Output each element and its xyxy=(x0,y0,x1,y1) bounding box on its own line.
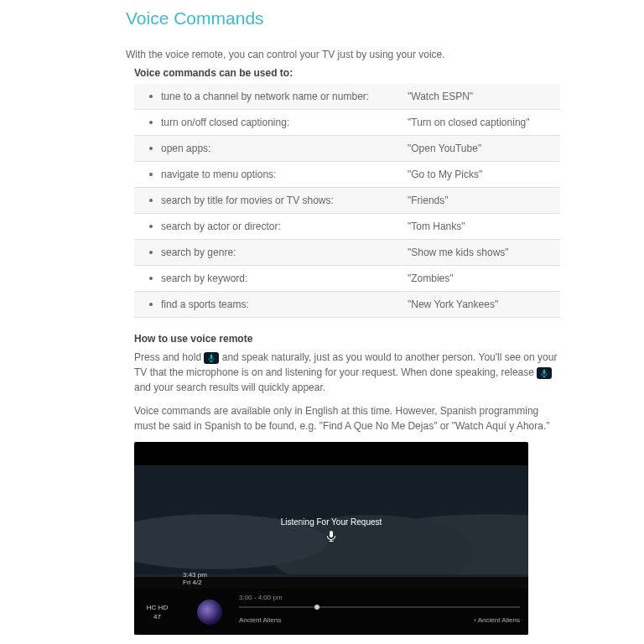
table-row: turn on/off closed captioning:"Turn on c… xyxy=(134,110,560,136)
mic-button-icon xyxy=(537,367,552,379)
bullet-icon xyxy=(149,199,153,202)
bullet-icon xyxy=(149,95,153,98)
howto-para-2: Voice commands are available only in Eng… xyxy=(134,403,560,434)
command-example: "Open YouTube" xyxy=(408,143,550,154)
bullet-icon xyxy=(149,251,153,254)
channel-name: HC HD xyxy=(147,604,168,611)
howto-para-1: Press and hold and speak naturally, just… xyxy=(134,350,560,395)
listening-text: Listening For Your Request xyxy=(134,517,528,527)
command-example: "Go to My Picks" xyxy=(408,169,550,180)
command-description: navigate to menu options: xyxy=(161,169,408,180)
table-row: open apps:"Open YouTube" xyxy=(134,136,560,162)
table-row: search by keyword:"Zombies" xyxy=(134,266,560,292)
progress-bar xyxy=(239,606,520,608)
table-row: search by title for movies or TV shows:"… xyxy=(134,188,560,214)
command-example: "Turn on closed captioning" xyxy=(408,117,550,128)
time: 3:43 pm xyxy=(183,571,207,579)
command-example: "Friends" xyxy=(408,195,550,206)
text: Press and hold xyxy=(134,351,204,363)
command-example: "Watch ESPN" xyxy=(408,91,550,102)
mic-icon xyxy=(134,530,528,543)
channel-number: 47 xyxy=(153,613,161,621)
show-logo xyxy=(180,589,239,635)
bullet-icon xyxy=(149,173,153,176)
command-description: search by genre: xyxy=(161,247,408,258)
date: Fri 4/2 xyxy=(183,579,207,586)
command-description: turn on/off closed captioning: xyxy=(161,117,408,128)
show-current: Ancient Aliens xyxy=(239,616,281,624)
guide-info: 3:00 - 4:00 pm Ancient Aliens › Ancient … xyxy=(239,589,528,635)
command-description: tune to a channel by network name or num… xyxy=(161,91,408,102)
bullet-icon xyxy=(149,225,153,228)
table-row: tune to a channel by network name or num… xyxy=(134,84,560,110)
intro-text: With the voice remote, you can control y… xyxy=(126,49,560,60)
command-example: "Show me kids shows" xyxy=(408,247,550,258)
tv-screenshot: Listening For Your Request 3:43 pm Fri 4… xyxy=(134,442,528,635)
text: and your search results will quickly app… xyxy=(134,382,325,393)
bullet-icon xyxy=(149,303,153,306)
tv-guide-bar: HC HD 47 3:00 - 4:00 pm Ancient Aliens ›… xyxy=(134,589,528,635)
bullet-icon xyxy=(149,277,153,280)
usedto-heading: Voice commands can be used to: xyxy=(134,67,560,79)
table-row: find a sports teams:"New York Yankees" xyxy=(134,292,560,318)
mic-button-icon xyxy=(204,352,219,364)
page-title: Voice Commands xyxy=(126,8,560,29)
time-range: 3:00 - 4:00 pm xyxy=(239,594,520,601)
howto-heading: How to use voice remote xyxy=(134,333,560,345)
command-example: "New York Yankees" xyxy=(408,299,550,310)
table-row: search by genre:"Show me kids shows" xyxy=(134,240,560,266)
command-example: "Zombies" xyxy=(408,273,550,284)
bullet-icon xyxy=(149,147,153,150)
table-row: navigate to menu options:"Go to My Picks… xyxy=(134,162,560,188)
command-description: find a sports teams: xyxy=(161,299,408,310)
command-description: search by actor or director: xyxy=(161,221,408,232)
command-description: search by keyword: xyxy=(161,273,408,284)
command-description: search by title for movies or TV shows: xyxy=(161,195,408,206)
table-row: search by actor or director:"Tom Hanks" xyxy=(134,214,560,240)
commands-table: tune to a channel by network name or num… xyxy=(134,84,560,318)
command-example: "Tom Hanks" xyxy=(408,221,550,232)
bullet-icon xyxy=(149,121,153,124)
show-next: › Ancient Aliens xyxy=(474,616,520,624)
channel-block: HC HD 47 xyxy=(134,589,180,635)
command-description: open apps: xyxy=(161,143,408,154)
clock: 3:43 pm Fri 4/2 xyxy=(183,571,207,586)
listening-overlay: Listening For Your Request xyxy=(134,517,528,543)
